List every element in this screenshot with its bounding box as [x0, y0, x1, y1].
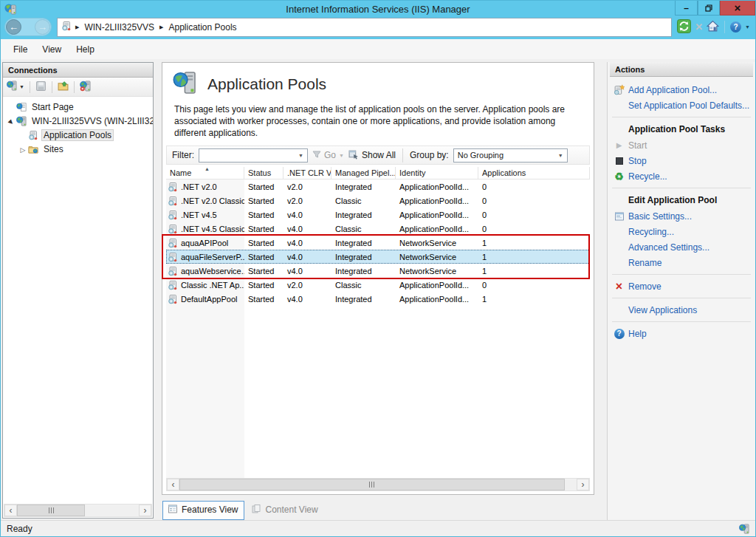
home-icon[interactable] [707, 20, 719, 35]
table-cell: ApplicationPoolId... [396, 179, 478, 194]
table-row[interactable]: Classic .NET Ap...Startedv2.0ClassicAppl… [166, 278, 590, 292]
action-rename[interactable]: Rename [610, 255, 753, 270]
help-icon[interactable]: ? [730, 21, 741, 33]
action-basic-settings[interactable]: Basic Settings... [610, 208, 753, 224]
restore-button[interactable] [698, 1, 720, 16]
back-button[interactable]: ← [6, 19, 21, 35]
table-row[interactable]: aquaAPIPoolStartedv4.0IntegratedNetworkS… [166, 236, 590, 250]
scroll-right-button[interactable]: › [139, 504, 151, 516]
menu-view[interactable]: View [35, 41, 69, 58]
column-header-status[interactable]: Status [244, 167, 284, 179]
connections-header: Connections [3, 63, 153, 78]
navigation-bar: ← → ▶WIN-2LIII325VVS▶Application Pools ✕… [1, 17, 755, 39]
table-cell: ApplicationPoolId... [396, 292, 478, 306]
features-panel: Application Pools This page lets you vie… [162, 62, 594, 495]
connect-server-icon[interactable] [7, 81, 17, 93]
tab-features-view[interactable]: Features View [162, 501, 244, 520]
table-row[interactable]: .NET v4.5Startedv4.0IntegratedApplicatio… [166, 208, 590, 222]
tab-label: Content View [265, 504, 317, 515]
action-label: Recycling... [628, 227, 674, 237]
action-label: Remove [628, 281, 662, 292]
actions-divider [612, 321, 751, 322]
table-row[interactable]: .NET v2.0Startedv2.0IntegratedApplicatio… [166, 179, 590, 194]
breadcrumb-item-application-pools[interactable]: Application Pools [168, 21, 238, 34]
refresh-icon[interactable] [677, 19, 691, 35]
table-row[interactable]: .NET v4.5 ClassicStartedv4.0ClassicAppli… [166, 222, 590, 236]
connect-dropdown-caret[interactable]: ▼ [19, 84, 24, 89]
table-row[interactable]: aquaWebservice...Startedv4.0IntegratedNe… [166, 264, 590, 278]
group-by-dropdown[interactable]: No Grouping ▼ [453, 148, 568, 163]
action-view-applications[interactable]: View Applications [610, 302, 753, 318]
table-cell: Integrated [331, 179, 396, 194]
minimize-button[interactable]: – [675, 1, 698, 16]
tree-item-label: Application Pools [41, 129, 114, 141]
action-help[interactable]: ?Help [610, 326, 753, 341]
action-label: Help [628, 329, 647, 339]
dropdown-caret[interactable]: ▼ [554, 153, 567, 158]
close-button[interactable]: × [720, 1, 755, 16]
scroll-left-button[interactable]: ‹ [4, 504, 17, 516]
cell-text: ApplicationPoolId... [399, 182, 469, 191]
action-label: Recycle... [628, 171, 667, 182]
action-add-application-pool[interactable]: Add Application Pool... [610, 82, 753, 98]
page-title: Application Pools [207, 75, 326, 93]
nav-divider [724, 21, 725, 33]
column-header-applications[interactable]: Applications [478, 167, 590, 179]
table-row[interactable]: DefaultAppPoolStartedv4.0IntegratedAppli… [166, 292, 590, 306]
scroll-right-button[interactable]: › [577, 479, 589, 490]
scrollbar-thumb[interactable] [179, 479, 565, 490]
help-dropdown-caret[interactable]: ▼ [745, 24, 750, 30]
breadcrumb-item-win-2liii325vvs[interactable]: WIN-2LIII325VVS [83, 21, 156, 34]
table-row[interactable]: aquaFileServerP...Startedv4.0IntegratedN… [166, 250, 590, 264]
action-remove[interactable]: ×Remove [610, 278, 753, 294]
tab-label: Features View [182, 504, 238, 515]
tree-expander-icon[interactable]: ▷ [18, 144, 28, 154]
action-stop[interactable]: Stop [610, 153, 753, 168]
tree-item-label: Start Page [30, 101, 76, 113]
scroll-left-button[interactable]: ‹ [167, 479, 179, 490]
menu-help[interactable]: Help [69, 41, 102, 58]
filter-combobox[interactable]: ▼ [199, 148, 308, 163]
combobox-caret[interactable]: ▼ [295, 153, 307, 158]
up-level-icon[interactable] [58, 81, 69, 94]
column-header-net-clr-v[interactable]: .NET CLR V... [284, 167, 331, 179]
table-cell: v4.0 [284, 208, 331, 222]
table-cell: 1 [478, 292, 590, 306]
app-pool-icon [168, 266, 178, 276]
table-cell: .NET v4.5 Classic [166, 222, 244, 236]
column-header-name[interactable]: Name▲ [166, 167, 244, 179]
iis-manager-window: Internet Information Services (IIS) Mana… [0, 0, 756, 537]
column-header-managed-pipel[interactable]: Managed Pipel... [331, 167, 396, 179]
action-set-application-pool-defaults[interactable]: Set Application Pool Defaults... [610, 98, 753, 113]
action-recycling[interactable]: Recycling... [610, 224, 753, 239]
table-cell: NetworkService [396, 236, 478, 250]
menu-file[interactable]: File [6, 41, 35, 58]
toolbar-divider [74, 81, 75, 93]
app-pool-icon [168, 182, 178, 192]
tree-expander-icon[interactable]: ▶ [6, 116, 16, 126]
action-recycle[interactable]: ♻Recycle... [610, 168, 753, 184]
app-pool-icon [168, 252, 178, 262]
sidebar-item-start-page[interactable]: Start Page [3, 100, 153, 114]
sidebar-item-application-pools[interactable]: Application Pools [3, 128, 153, 142]
show-all-icon [348, 149, 359, 162]
column-header-identity[interactable]: Identity [396, 167, 478, 179]
table-row[interactable]: .NET v2.0 ClassicStartedv2.0ClassicAppli… [166, 194, 590, 208]
action-advanced-settings[interactable]: Advanced Settings... [610, 239, 753, 255]
connections-horizontal-scrollbar[interactable]: ‹ › [4, 504, 152, 517]
cell-text: ApplicationPoolId... [399, 211, 469, 219]
sidebar-item-win-2liii325vvs-win-2liii32[interactable]: ▶WIN-2LIII325VVS (WIN-2LIII32 [3, 114, 153, 128]
scrollbar-thumb[interactable] [17, 504, 85, 516]
forward-button[interactable]: → [35, 19, 50, 35]
list-horizontal-scrollbar[interactable]: ‹ › [166, 478, 590, 491]
cell-text: 0 [482, 196, 487, 205]
tab-content-view[interactable]: Content View [247, 502, 323, 519]
sidebar-item-sites[interactable]: ▷Sites [3, 142, 153, 156]
actions-divider [612, 117, 751, 117]
title-bar: Internet Information Services (IIS) Mana… [1, 1, 755, 17]
show-all-button[interactable]: Show All [348, 149, 396, 162]
disconnect-icon[interactable] [80, 81, 91, 94]
cell-text: Started [248, 295, 274, 304]
table-cell: Started [244, 250, 284, 264]
cell-text: v4.0 [287, 295, 303, 304]
